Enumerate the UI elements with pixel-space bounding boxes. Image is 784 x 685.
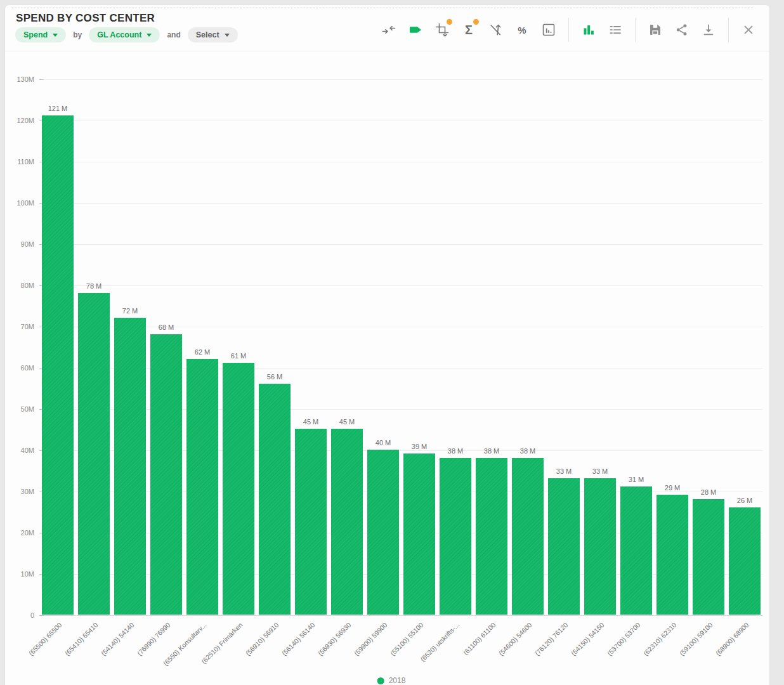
y-axis-tick-label: 80M — [6, 282, 34, 289]
y-axis-tick-label: 30M — [6, 488, 34, 495]
bar[interactable] — [729, 507, 761, 615]
legend-series-label: 2018 — [389, 676, 406, 685]
gridline — [39, 409, 762, 410]
bar[interactable] — [223, 363, 254, 615]
bar-value-label: 45 M — [327, 418, 367, 426]
bar-value-label: 40 M — [363, 439, 403, 447]
y-axis-tick-label: 40M — [6, 447, 34, 454]
bar-value-label: 72 M — [110, 307, 150, 315]
y-axis-tick-label: 60M — [6, 364, 34, 372]
gridline — [39, 368, 762, 369]
bar-value-label: 38 M — [435, 447, 476, 455]
bar-value-label: 62 M — [182, 348, 223, 356]
bar-value-label: 39 M — [399, 443, 440, 450]
gridline — [39, 203, 762, 204]
bar[interactable] — [186, 359, 218, 615]
gridline — [39, 121, 762, 121]
bar[interactable] — [150, 334, 182, 615]
bar[interactable] — [114, 318, 146, 615]
chart-legend[interactable]: 2018 — [377, 676, 406, 685]
y-axis-tick-label: 20M — [6, 529, 34, 537]
bar-value-label: 33 M — [580, 467, 620, 475]
bar-value-label: 33 M — [544, 467, 584, 475]
y-axis-tick-label: 0 — [6, 611, 34, 619]
gridline — [39, 244, 762, 245]
bar-value-label: 68 M — [146, 323, 186, 331]
bar-value-label: 78 M — [74, 282, 114, 290]
bar-value-label: 29 M — [652, 484, 693, 492]
widget-card: SPEND BY COST CENTER Spend by GL Account… — [5, 5, 769, 685]
bar[interactable] — [476, 458, 507, 615]
gridline — [39, 285, 762, 286]
bar[interactable] — [331, 429, 363, 615]
y-axis-tick-label: 100M — [6, 199, 34, 207]
y-axis-tick-label: 110M — [6, 158, 34, 166]
bar[interactable] — [657, 495, 688, 615]
bar[interactable] — [78, 293, 110, 615]
legend-swatch — [377, 677, 384, 684]
bar[interactable] — [548, 478, 580, 615]
bar-value-label: 38 M — [507, 447, 548, 455]
gridline — [39, 615, 762, 616]
bar-value-label: 45 M — [291, 418, 331, 426]
bar[interactable] — [440, 458, 471, 615]
bar-value-label: 121 M — [37, 105, 78, 112]
gridline — [39, 533, 762, 533]
y-axis-tick-label: 120M — [6, 117, 34, 124]
y-axis-tick-label: 70M — [6, 323, 34, 330]
bar[interactable] — [403, 453, 435, 615]
bar-value-label: 31 M — [616, 476, 657, 483]
bar-value-label: 38 M — [471, 447, 512, 455]
y-axis-tick — [39, 79, 44, 80]
gridline — [39, 162, 762, 162]
y-axis-tick-label: 130M — [6, 75, 34, 83]
bar[interactable] — [367, 450, 399, 615]
bar-value-label: 26 M — [724, 497, 765, 504]
y-axis-tick — [39, 615, 44, 616]
gridline — [39, 492, 762, 492]
bar[interactable] — [693, 499, 724, 615]
bar[interactable] — [295, 429, 327, 615]
bar[interactable] — [584, 478, 616, 615]
bar-chart: 130M120M110M100M90M80M70M60M50M40M30M20M… — [5, 5, 769, 685]
bar[interactable] — [42, 115, 74, 615]
bar-value-label: 56 M — [254, 373, 295, 381]
bar-value-label: 61 M — [218, 352, 259, 360]
bar[interactable] — [512, 458, 544, 615]
bar[interactable] — [620, 486, 652, 615]
gridline — [39, 574, 762, 575]
gridline — [39, 79, 762, 80]
y-axis-tick-label: 90M — [6, 240, 34, 248]
bar[interactable] — [259, 384, 291, 615]
y-axis-tick-label: 10M — [6, 570, 34, 578]
gridline — [39, 450, 762, 451]
y-axis-tick-label: 50M — [6, 405, 34, 413]
bar-value-label: 28 M — [688, 488, 729, 496]
